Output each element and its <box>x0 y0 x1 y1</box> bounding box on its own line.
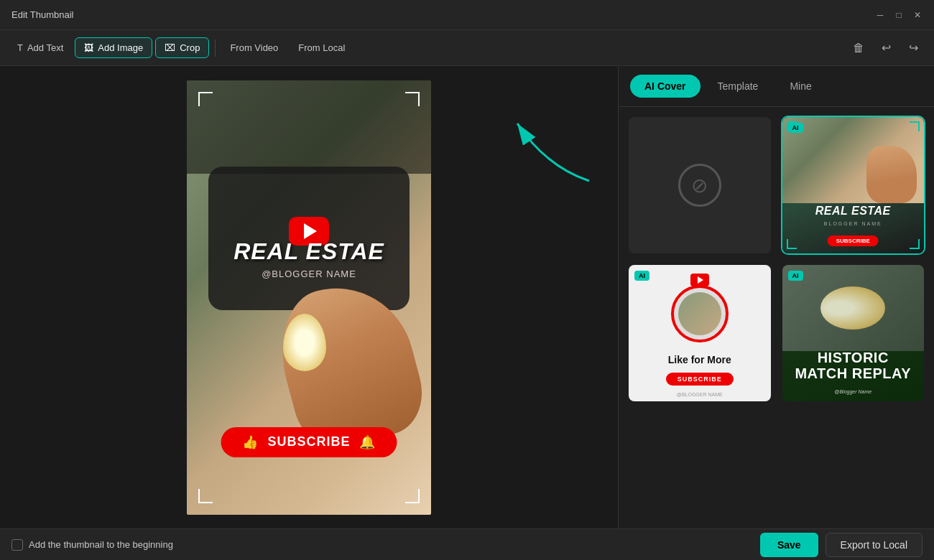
panel-content: ⊘ AI REAL ESTAE BLOGGER NAME SUBSCRIBE <box>619 107 934 528</box>
template-card-disabled-inner: ⊘ <box>629 117 771 253</box>
from-video-button[interactable]: From Video <box>221 38 287 57</box>
title-bar-left: Edit Thumbnail <box>11 9 73 20</box>
panel-tabs: AI Cover Template Mine <box>619 66 934 107</box>
subscribe-label: SUBSCRIBE <box>267 434 350 449</box>
template-card-historic[interactable]: AI HISTORICMATCH REPLAY @Blogger Name <box>781 263 926 403</box>
like-card-image <box>678 292 721 335</box>
arrow-annotation <box>503 109 618 195</box>
historic-card-sub: @Blogger Name <box>782 389 925 394</box>
corner-bracket-tl <box>198 92 213 106</box>
card-realestate-title: REAL ESTAE <box>782 205 925 218</box>
main-layout: REAL ESTAE @BLOGGER NAME 👍 SUBSCRIBE 🔔 <box>0 66 934 528</box>
add-text-icon: T <box>17 42 23 53</box>
ai-badge-historic: AI <box>788 271 803 281</box>
title-bar: Edit Thumbnail ─ □ ✕ <box>0 0 934 30</box>
mine-tab-label: Mine <box>790 80 811 92</box>
crop-icon: ⌧ <box>165 42 175 53</box>
add-image-label: Add Image <box>98 42 143 53</box>
card-realestate-sub: BLOGGER NAME <box>782 221 925 226</box>
from-local-label: From Local <box>298 42 345 53</box>
delete-button[interactable]: 🗑 <box>846 36 871 60</box>
canvas-area: REAL ESTAE @BLOGGER NAME 👍 SUBSCRIBE 🔔 <box>0 66 618 528</box>
template-card-disabled[interactable]: ⊘ <box>627 116 772 255</box>
window-controls: ─ □ ✕ <box>875 10 923 20</box>
thumb-icon-left: 👍 <box>242 434 259 450</box>
thumbnail-subtitle: @BLOGGER NAME <box>187 269 431 279</box>
template-card-realestate-inner: AI REAL ESTAE BLOGGER NAME SUBSCRIBE <box>782 117 925 253</box>
template-tab-label: Template <box>718 80 759 92</box>
template-card-realestate[interactable]: AI REAL ESTAE BLOGGER NAME SUBSCRIBE <box>781 116 926 255</box>
tab-template[interactable]: Template <box>703 75 773 98</box>
export-button[interactable]: Export to Local <box>826 533 923 557</box>
thumbnail-canvas[interactable]: REAL ESTAE @BLOGGER NAME 👍 SUBSCRIBE 🔔 <box>187 80 431 515</box>
redo-button[interactable]: ↪ <box>901 36 925 60</box>
corner-bracket-br <box>405 489 420 503</box>
like-card-sub: @BLOGGER NAME <box>629 392 771 397</box>
like-card-title: Like for More <box>629 354 771 365</box>
thumb-icon-right: 🔔 <box>359 434 376 450</box>
like-card-circle <box>671 285 729 342</box>
thumbnail-background: REAL ESTAE @BLOGGER NAME 👍 SUBSCRIBE 🔔 <box>187 80 431 515</box>
like-card-subscribe: SUBSCRIBE <box>666 373 734 386</box>
right-panel: AI Cover Template Mine ⊘ AI <box>618 66 934 528</box>
from-video-label: From Video <box>230 42 278 53</box>
bottom-right: Save Export to Local <box>760 533 923 557</box>
template-card-like-inner: AI Like for More SUBSCRIBE @BLOGGER NAME <box>629 265 771 401</box>
tab-mine[interactable]: Mine <box>775 75 826 98</box>
card-subscribe-btn: SUBSCRIBE <box>828 235 879 246</box>
historic-eggs <box>820 286 885 330</box>
thumbnail-title: REAL ESTAE <box>187 238 431 265</box>
historic-card-title: HISTORICMATCH REPLAY <box>788 350 919 381</box>
template-card-like[interactable]: AI Like for More SUBSCRIBE @BLOGGER NAME <box>627 263 772 403</box>
add-text-button[interactable]: T Add Text <box>9 38 72 57</box>
maximize-button[interactable]: □ <box>894 10 904 20</box>
add-text-label: Add Text <box>27 42 63 53</box>
corner-bracket-bl <box>198 489 213 503</box>
disable-icon: ⊘ <box>678 164 721 207</box>
tab-ai-cover[interactable]: AI Cover <box>630 75 700 98</box>
toolbar: T Add Text 🖼 Add Image ⌧ Crop From Video… <box>0 30 934 66</box>
minimize-button[interactable]: ─ <box>875 10 885 20</box>
toolbar-separator <box>215 39 216 57</box>
crop-label: Crop <box>180 42 200 53</box>
window-title: Edit Thumbnail <box>11 9 73 20</box>
corner-bracket-tr <box>405 92 420 106</box>
beginning-checkbox[interactable] <box>11 539 23 551</box>
crop-button[interactable]: ⌧ Crop <box>155 37 209 58</box>
bottom-left: Add the thumbnail to the beginning <box>11 539 173 551</box>
close-button[interactable]: ✕ <box>912 10 923 20</box>
card-food-hand <box>866 146 917 203</box>
ai-badge-like: AI <box>634 271 649 281</box>
bottom-bar: Add the thumbnail to the beginning Save … <box>0 528 934 560</box>
save-button[interactable]: Save <box>760 533 818 557</box>
beginning-label: Add the thumbnail to the beginning <box>29 539 173 550</box>
ai-cover-tab-label: AI Cover <box>644 80 686 92</box>
template-card-historic-inner: AI HISTORICMATCH REPLAY @Blogger Name <box>782 265 925 401</box>
undo-button[interactable]: ↩ <box>874 36 898 60</box>
thumb-top-overlay <box>187 80 431 174</box>
add-image-icon: 🖼 <box>84 42 93 53</box>
from-local-button[interactable]: From Local <box>290 38 353 57</box>
historic-food-image <box>782 265 925 351</box>
subscribe-button: 👍 SUBSCRIBE 🔔 <box>221 427 397 457</box>
ai-badge-realestate: AI <box>788 123 803 133</box>
add-image-button[interactable]: 🖼 Add Image <box>75 37 152 58</box>
